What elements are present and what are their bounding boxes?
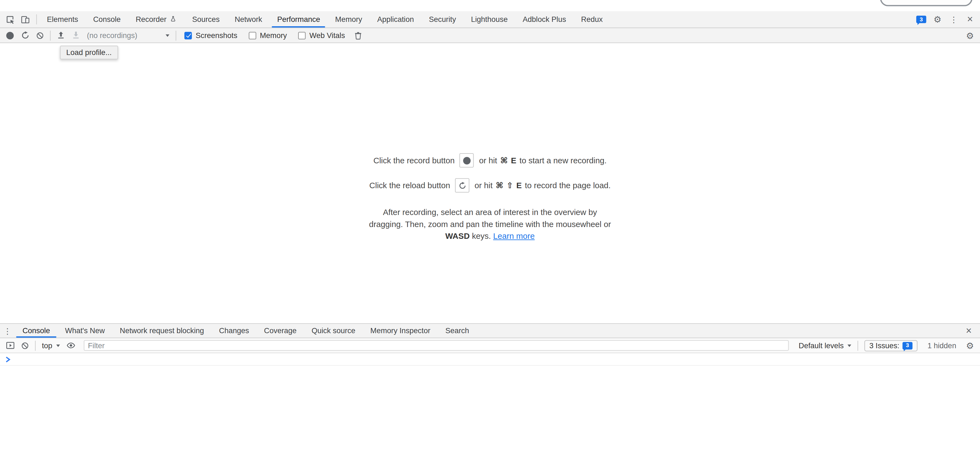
record-button[interactable] bbox=[2, 28, 18, 43]
checkbox-unchecked-icon bbox=[248, 32, 256, 39]
device-toolbar-icon bbox=[20, 15, 30, 24]
load-profile-tooltip: Load profile... bbox=[60, 46, 118, 59]
tab-application[interactable]: Application bbox=[372, 11, 419, 27]
tab-redux[interactable]: Redux bbox=[576, 11, 608, 27]
drawer-tabs: Console What's New Network request block… bbox=[15, 324, 477, 338]
reload-and-record-button[interactable] bbox=[18, 28, 33, 43]
hidden-messages-count: 1 hidden bbox=[928, 341, 956, 350]
collect-garbage-button[interactable] bbox=[350, 28, 366, 43]
reload-button-illustration bbox=[455, 178, 470, 193]
drawer-tab-quick-source[interactable]: Quick source bbox=[305, 324, 362, 338]
record-circle-icon bbox=[463, 157, 471, 164]
tab-label: Application bbox=[377, 15, 414, 24]
issues-count: 3 bbox=[906, 343, 909, 349]
drawer-tab-console[interactable]: Console bbox=[16, 324, 56, 338]
tab-label: Quick source bbox=[312, 326, 355, 335]
console-messages-area[interactable] bbox=[0, 353, 980, 459]
tab-performance[interactable]: Performance bbox=[272, 11, 325, 27]
devtools-main-tabbar: Elements Console Recorder Sources Networ… bbox=[0, 11, 980, 28]
drawer-tabbar: ⋮ Console What's New Network request blo… bbox=[0, 324, 980, 338]
performance-panel-content: Click the record button or hit ⌘ E to st… bbox=[0, 43, 980, 324]
console-prompt[interactable] bbox=[0, 353, 980, 366]
record-instruction-row: Click the record button or hit ⌘ E to st… bbox=[373, 153, 606, 168]
log-levels-value: Default levels bbox=[799, 341, 844, 350]
settings-gear-button[interactable]: ⚙ bbox=[930, 12, 945, 27]
log-levels-dropdown[interactable]: Default levels bbox=[799, 341, 851, 350]
tabbar-left-icons bbox=[0, 11, 33, 27]
performance-toolbar: (no recordings) Screenshots Memory Web V… bbox=[0, 28, 980, 43]
memory-checkbox[interactable]: Memory bbox=[248, 31, 287, 40]
toggle-device-toolbar-button[interactable] bbox=[18, 12, 33, 27]
drawer-tab-search[interactable]: Search bbox=[439, 324, 476, 338]
tab-elements[interactable]: Elements bbox=[42, 11, 83, 27]
separator bbox=[35, 341, 35, 351]
drawer-tab-whats-new[interactable]: What's New bbox=[59, 324, 111, 338]
tab-network[interactable]: Network bbox=[230, 11, 267, 27]
close-icon: × bbox=[967, 14, 973, 25]
drawer-right-controls: × bbox=[961, 324, 980, 338]
screenshots-checkbox[interactable]: Screenshots bbox=[184, 31, 237, 40]
context-value: top bbox=[42, 341, 52, 350]
issues-bubble-icon: 3 bbox=[902, 342, 912, 349]
more-vertical-icon: ⋮ bbox=[950, 15, 958, 24]
memory-label: Memory bbox=[260, 31, 287, 40]
save-profile-button[interactable] bbox=[68, 28, 83, 43]
wasd-keys-text: WASD bbox=[445, 231, 469, 241]
tab-memory[interactable]: Memory bbox=[330, 11, 367, 27]
tab-recorder[interactable]: Recorder bbox=[131, 11, 182, 27]
browser-dialog-fragment bbox=[880, 0, 972, 6]
issues-chip-label: 3 Issues: bbox=[869, 341, 899, 350]
drawer-tab-network-request-blocking[interactable]: Network request blocking bbox=[113, 324, 210, 338]
javascript-context-dropdown[interactable]: top bbox=[42, 341, 60, 350]
issues-bubble-icon: 3 bbox=[916, 16, 926, 23]
clear-console-button[interactable] bbox=[18, 338, 33, 353]
drawer-more-tools-button[interactable]: ⋮ bbox=[0, 324, 15, 338]
separator bbox=[37, 14, 37, 25]
drawer-tab-changes[interactable]: Changes bbox=[213, 324, 255, 338]
learn-more-link[interactable]: Learn more bbox=[493, 231, 535, 241]
console-settings-gear-button[interactable]: ⚙ bbox=[963, 338, 978, 353]
reload-instruction-text: to record the page load. bbox=[525, 181, 611, 190]
tab-label: Changes bbox=[219, 326, 249, 335]
issues-chip[interactable]: 3 Issues: 3 bbox=[864, 340, 917, 351]
console-prompt-chevron-icon bbox=[5, 356, 11, 362]
show-console-sidebar-button[interactable] bbox=[2, 338, 18, 353]
usage-hint-text: After recording, select an area of inter… bbox=[365, 207, 615, 242]
tab-lighthouse[interactable]: Lighthouse bbox=[466, 11, 513, 27]
issues-counter-button[interactable]: 3 bbox=[914, 12, 929, 27]
tab-adblock-plus[interactable]: Adblock Plus bbox=[518, 11, 571, 27]
inspect-element-button[interactable] bbox=[2, 12, 18, 27]
reload-instruction-text: Click the reload button bbox=[369, 181, 450, 190]
recordings-dropdown[interactable]: (no recordings) bbox=[87, 31, 170, 40]
drawer-tab-coverage[interactable]: Coverage bbox=[258, 324, 303, 338]
clear-recordings-button[interactable] bbox=[33, 28, 48, 43]
close-devtools-button[interactable]: × bbox=[963, 12, 978, 27]
drawer-tab-memory-inspector[interactable]: Memory Inspector bbox=[364, 324, 436, 338]
console-sidebar-icon bbox=[5, 341, 14, 350]
reload-icon bbox=[458, 181, 467, 190]
record-instruction-text: or hit bbox=[479, 156, 497, 165]
e-key-glyph: E bbox=[511, 156, 516, 165]
browser-top-strip bbox=[0, 0, 980, 11]
tab-console[interactable]: Console bbox=[88, 11, 126, 27]
hint-text: keys. bbox=[472, 231, 491, 241]
cmd-key-glyph: ⌘ bbox=[496, 181, 503, 190]
capture-settings-gear-button[interactable]: ⚙ bbox=[963, 28, 978, 43]
reload-instruction-row: Click the reload button or hit ⌘ ⇧ E to … bbox=[369, 178, 611, 193]
load-profile-button[interactable] bbox=[53, 28, 68, 43]
chevron-down-icon bbox=[166, 34, 170, 37]
console-toolbar: top Default levels 3 Issues: 3 1 hidden bbox=[0, 338, 980, 354]
record-instruction-text: Click the record button bbox=[373, 156, 455, 165]
tab-label: Lighthouse bbox=[471, 15, 508, 24]
tab-label: Network request blocking bbox=[120, 326, 204, 335]
web-vitals-checkbox[interactable]: Web Vitals bbox=[298, 31, 345, 40]
reload-icon bbox=[20, 30, 30, 40]
tab-label: Security bbox=[429, 15, 456, 24]
tab-security[interactable]: Security bbox=[424, 11, 461, 27]
console-filter-input[interactable] bbox=[84, 340, 789, 351]
tab-sources[interactable]: Sources bbox=[187, 11, 224, 27]
more-options-button[interactable]: ⋮ bbox=[947, 12, 961, 27]
create-live-expression-button[interactable] bbox=[64, 338, 78, 353]
tab-label: Coverage bbox=[264, 326, 297, 335]
close-drawer-button[interactable]: × bbox=[961, 324, 976, 338]
